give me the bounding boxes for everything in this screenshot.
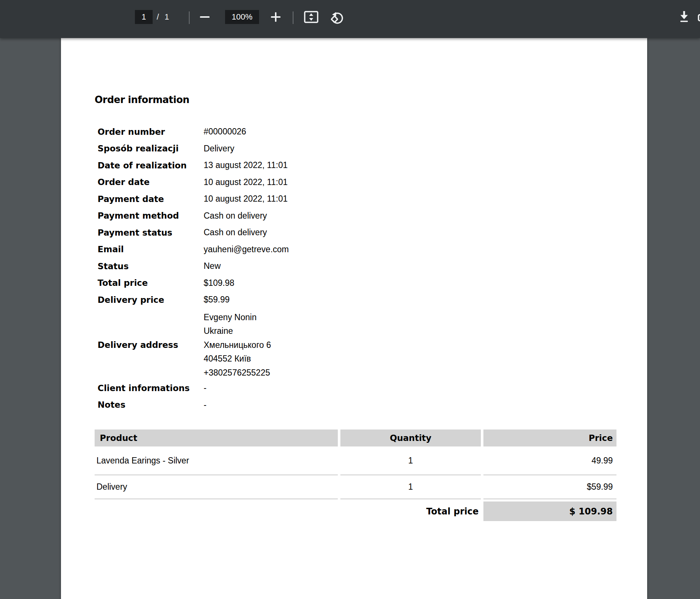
info-row: Date of realization13 august 2022, 11:01 bbox=[98, 157, 616, 174]
cell-price: 49.99 bbox=[483, 446, 616, 475]
field-value: - bbox=[204, 383, 207, 393]
pdf-toolbar: 1 / 1 100% bbox=[0, 0, 700, 38]
field-value: Delivery bbox=[204, 144, 234, 154]
info-row: Delivery price$59.99 bbox=[98, 291, 616, 308]
field-label: Payment method bbox=[98, 211, 204, 220]
toolbar-divider bbox=[293, 11, 293, 24]
total-spacer-cell bbox=[95, 502, 338, 521]
field-label: Email bbox=[98, 244, 204, 254]
info-row: Total price$109.98 bbox=[98, 275, 616, 292]
field-value: New bbox=[204, 261, 221, 271]
info-row: Sposób realizacjiDelivery bbox=[98, 140, 616, 157]
field-label: Date of realization bbox=[98, 161, 204, 170]
field-value: yauheni@getreve.com bbox=[204, 244, 289, 254]
print-button[interactable] bbox=[696, 9, 700, 25]
field-value: Cash on delivery bbox=[204, 227, 267, 237]
page-count-label: / 1 bbox=[157, 10, 169, 24]
document-content: Order information Order number#00000026S… bbox=[95, 93, 616, 521]
column-header-product: Product bbox=[95, 429, 338, 446]
field-value: Cash on delivery bbox=[204, 211, 267, 221]
field-label: Payment date bbox=[98, 194, 204, 204]
field-label: Sposób realizacji bbox=[98, 144, 204, 153]
zoom-level-input[interactable]: 100% bbox=[225, 10, 259, 24]
info-row: Order date10 august 2022, 11:01 bbox=[98, 174, 616, 191]
column-header-price: Price bbox=[483, 429, 616, 446]
field-label: Delivery price bbox=[98, 295, 204, 305]
rotate-counterclockwise-icon bbox=[330, 9, 345, 25]
rotate-counterclockwise-button[interactable] bbox=[329, 9, 346, 25]
table-row: Delivery1$59.99 bbox=[95, 475, 616, 499]
download-icon bbox=[678, 10, 690, 24]
address-line: Evgeny Nonin bbox=[204, 311, 271, 325]
address-line: Хмельницького 6 bbox=[204, 338, 271, 352]
zoom-in-icon bbox=[270, 11, 281, 23]
field-label: Total price bbox=[98, 278, 204, 288]
address-line: Ukraine bbox=[204, 324, 271, 338]
info-row: Order number#00000026 bbox=[98, 123, 616, 140]
field-value: - bbox=[204, 400, 207, 410]
info-row: Client informations- bbox=[98, 380, 616, 397]
info-row: StatusNew bbox=[98, 258, 616, 275]
info-row: Notes- bbox=[98, 397, 616, 414]
field-value: 10 august 2022, 11:01 bbox=[204, 177, 288, 187]
fit-to-page-button[interactable] bbox=[303, 9, 319, 25]
zoom-out-icon bbox=[200, 12, 210, 22]
table-row: Lavenda Earings - Silver149.99 bbox=[95, 446, 616, 475]
field-value: $109.98 bbox=[204, 278, 234, 288]
download-button[interactable] bbox=[676, 9, 692, 25]
cell-product: Lavenda Earings - Silver bbox=[95, 446, 338, 475]
field-value: #00000026 bbox=[204, 127, 246, 137]
field-value: $59.99 bbox=[204, 295, 230, 305]
column-header-quantity: Quantity bbox=[340, 429, 481, 446]
print-icon bbox=[698, 10, 700, 24]
info-row: Delivery addressEvgeny NoninUkraineХмель… bbox=[98, 311, 616, 380]
cell-product: Delivery bbox=[95, 475, 338, 499]
page-number-input[interactable]: 1 bbox=[135, 10, 153, 24]
pdf-page: Order information Order number#00000026S… bbox=[61, 38, 647, 599]
field-value: 10 august 2022, 11:01 bbox=[204, 194, 288, 204]
address-line: +3802576255225 bbox=[204, 366, 271, 380]
table-header-row: Product Quantity Price bbox=[95, 429, 616, 446]
order-info-list: Order number#00000026Sposób realizacjiDe… bbox=[98, 123, 616, 413]
field-value: Evgeny NoninUkraineХмельницького 6404552… bbox=[204, 311, 271, 380]
table-total-row: Total price $ 109.98 bbox=[95, 502, 616, 521]
field-label: Delivery address bbox=[98, 340, 204, 350]
info-row: Payment statusCash on delivery bbox=[98, 224, 616, 241]
address-line: 404552 Київ bbox=[204, 352, 271, 366]
field-label: Client informations bbox=[98, 383, 204, 393]
field-label: Order number bbox=[98, 127, 204, 137]
info-row: Emailyauheni@getreve.com bbox=[98, 241, 616, 258]
field-label: Payment status bbox=[98, 228, 204, 237]
pdf-viewer-background: Order information Order number#00000026S… bbox=[0, 38, 700, 599]
table-body: Lavenda Earings - Silver149.99Delivery1$… bbox=[95, 446, 616, 499]
total-price-value: $ 109.98 bbox=[483, 502, 616, 521]
field-label: Order date bbox=[98, 177, 204, 187]
field-label: Notes bbox=[98, 400, 204, 410]
cell-quantity: 1 bbox=[340, 475, 481, 499]
zoom-in-button[interactable] bbox=[268, 9, 284, 25]
zoom-out-button[interactable] bbox=[197, 9, 213, 25]
toolbar-divider bbox=[189, 11, 190, 24]
cell-quantity: 1 bbox=[340, 446, 481, 475]
info-row: Payment date10 august 2022, 11:01 bbox=[98, 191, 616, 208]
order-items-table: Product Quantity Price Lavenda Earings -… bbox=[95, 429, 616, 521]
total-price-label: Total price bbox=[340, 502, 481, 521]
field-value: 13 august 2022, 11:01 bbox=[204, 160, 288, 170]
field-label: Status bbox=[98, 261, 204, 271]
cell-price: $59.99 bbox=[483, 475, 616, 499]
fit-to-page-icon bbox=[304, 11, 319, 23]
page-title: Order information bbox=[95, 93, 616, 106]
info-row: Payment methodCash on delivery bbox=[98, 208, 616, 225]
